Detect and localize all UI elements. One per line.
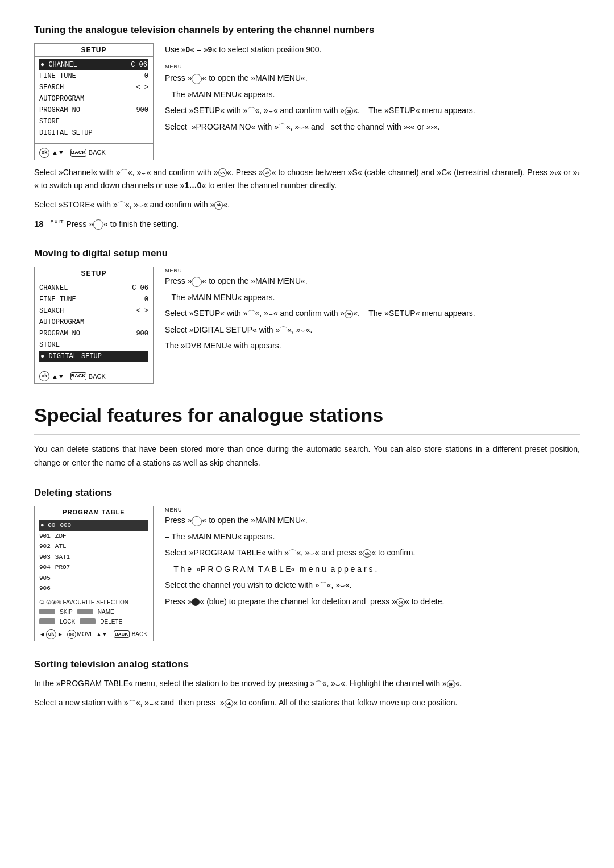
nav-vertical: ▲▼	[96, 630, 107, 638]
color-legend2: LOCK DELETE	[39, 617, 148, 626]
up-arrow9: ⌒	[315, 678, 322, 691]
skip-label: SKIP	[60, 608, 73, 616]
row-num: ● 00	[40, 521, 55, 530]
row-num: 905	[39, 574, 51, 583]
menu-circle3	[192, 516, 202, 526]
up-arrow10: ⌒	[128, 697, 136, 710]
desc2-line-5: The »DVB MENU« with appears.	[165, 339, 580, 352]
down-arrow-icon: ⌣	[268, 105, 273, 117]
setup-box-2-title: SETUP	[35, 267, 153, 280]
right-arrow-icon: ›	[431, 122, 433, 134]
list-item: ● 00 000	[39, 520, 148, 531]
left-nav: ◄	[39, 630, 45, 638]
row-label: ● DIGITAL SETUP	[40, 351, 102, 362]
del-desc-3: Select »PROGRAM TABLE« with »⌒«, »⌣« and…	[165, 546, 580, 559]
special-features-heading: Special features for analogue stations	[34, 401, 580, 435]
menu-circle-btn	[192, 74, 202, 84]
desc-line-4: Select »SETUP« with »⌒«, »⌣« and confirm…	[165, 104, 580, 117]
row-label: PROGRAM NO	[39, 105, 80, 115]
del-desc-1: MENU Press »« to open the »MAIN MENU«.	[165, 506, 580, 527]
setup-box-1-rows: ● CHANNEL C 06 FINE TUNE 0 SEARCH < > AU…	[35, 57, 153, 141]
table-row: DIGITAL SETUP	[39, 127, 148, 139]
back-button-icon2: BACK	[70, 372, 86, 380]
right-nav: ►	[57, 630, 63, 638]
up-arrow6: ⌒	[280, 325, 287, 337]
row-name: ATL	[55, 542, 67, 551]
row-value: 900	[136, 329, 148, 339]
row-label: FINE TUNE	[39, 294, 76, 305]
blue-button	[192, 598, 200, 606]
down-arrow7: ⌣	[309, 547, 314, 559]
page-number: 18	[34, 219, 44, 229]
row-label: CHANNEL	[39, 283, 68, 293]
program-table-rows: ● 00 000 901 ZDF 902 ATL 903 SAT1 904	[35, 518, 153, 596]
table-row: ● CHANNEL C 06	[39, 59, 148, 70]
page-finish-row: 18 EXIT Press »« to finish the setting.	[34, 218, 580, 231]
special-features-intro: You can delete stations that have been s…	[34, 443, 580, 470]
section-digital-heading: Moving to digital setup menu	[34, 246, 580, 261]
del-desc-4: – T h e »P R O G R A M T A B L E« m e n …	[165, 563, 580, 575]
delete-label: DELETE	[100, 617, 122, 626]
row-label: SEARCH	[39, 306, 64, 316]
desc2-line-1: MENU Press »« to open the »MAIN MENU«.	[165, 267, 580, 288]
up-arrow-icon2: ⌒	[279, 122, 286, 134]
ok-inline9: ok	[225, 699, 233, 708]
back-label-prog: BACK	[132, 630, 147, 638]
sorting-heading: Sorting television analog stations	[34, 657, 580, 672]
del-desc-6: Press »« (blue) to prepare the channel f…	[165, 595, 580, 608]
section-tuning-heading: Tuning the analogue television channels …	[34, 23, 580, 38]
desc-line-3: – The »MAIN MENU« appears.	[165, 88, 580, 101]
up-arrow8: ⌒	[320, 580, 327, 592]
exit-btn	[93, 219, 103, 230]
setup-box-1-title: SETUP	[35, 44, 153, 57]
row-value: < >	[136, 306, 148, 316]
ok-button: ok	[39, 148, 49, 158]
up-arrow7: ⌒	[289, 547, 296, 559]
row-value: C 06	[131, 60, 147, 70]
row-label: STORE	[39, 117, 60, 127]
name-color	[77, 609, 93, 614]
setup-box-1-footer: ok ▲▼ BACK BACK	[35, 146, 153, 160]
list-item: 906	[39, 583, 148, 594]
row-num: 904	[39, 563, 51, 572]
section-digital-setup: Moving to digital setup menu SETUP CHANN…	[34, 246, 580, 384]
footer-arrows: ▲▼	[52, 148, 64, 157]
row-label: PROGRAM NO	[39, 329, 80, 339]
legend-area: ① ②③④ FAVOURITE SELECTION SKIP NAME LOCK…	[35, 596, 153, 628]
ok-move-btn: ok	[67, 630, 76, 639]
menu-circle-btn2	[192, 277, 202, 287]
table-row: PROGRAM NO 900	[39, 105, 148, 116]
back-label: BACK	[89, 148, 106, 157]
menu-label2: MENU	[165, 267, 580, 275]
down-arrow-icon4: ⌣	[138, 199, 143, 211]
down-arrow9: ⌣	[335, 678, 341, 691]
row-name: SAT1	[55, 553, 70, 562]
del-desc-5: Select the channel you wish to delete wi…	[165, 579, 580, 592]
desc2-line-4: Select »DIGITAL SETUP« with »⌒«, »⌣«.	[165, 323, 580, 337]
table-row: AUTOPROGRAM	[39, 93, 148, 105]
setup-box-2-footer: ok ▲▼ BACK BACK	[35, 369, 153, 383]
deleting-content: PROGRAM TABLE ● 00 000 901 ZDF 902 ATL 9…	[34, 506, 580, 641]
table-row: ● DIGITAL SETUP	[39, 351, 148, 362]
row-label: SEARCH	[39, 82, 64, 93]
lock-color	[39, 618, 55, 624]
nav-controls: ◄ ok ► ok MOVE	[39, 629, 94, 639]
down-arrow10: ⌣	[149, 697, 154, 710]
divider	[35, 143, 153, 144]
table-row: PROGRAM NO 900	[39, 328, 148, 339]
row-label: ● CHANNEL	[40, 60, 77, 70]
section-sorting: Sorting television analog stations In th…	[34, 657, 580, 710]
down-arrow6: ⌣	[301, 325, 306, 337]
table-row: STORE	[39, 116, 148, 127]
up-arrow5: ⌒	[248, 308, 255, 320]
program-table-title: PROGRAM TABLE	[35, 506, 153, 519]
program-table-box: PROGRAM TABLE ● 00 000 901 ZDF 902 ATL 9…	[34, 506, 154, 641]
left-arrow-icon: ‹	[408, 122, 410, 134]
section-tuning-content: SETUP ● CHANNEL C 06 FINE TUNE 0 SEARCH …	[34, 43, 580, 160]
move-label: MOVE	[77, 630, 94, 638]
up-arrow-icon: ⌒	[248, 105, 255, 117]
skip-color	[39, 609, 55, 614]
row-label: AUTOPROGRAM	[39, 317, 84, 327]
list-item: 905	[39, 573, 148, 584]
desc2-line-2: – The »MAIN MENU« appears.	[165, 291, 580, 304]
